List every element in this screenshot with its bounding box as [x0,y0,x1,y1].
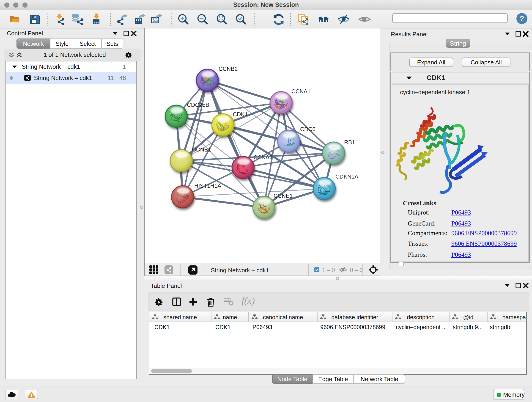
svg-text:CDC25B: CDC25B [187,102,209,108]
svg-text:CCNA1: CCNA1 [291,88,310,95]
svg-text:RB1: RB1 [344,139,355,145]
svg-text:CCNB1: CCNB1 [192,147,211,153]
svg-text:CDK1: CDK1 [233,111,248,117]
svg-text:CDC6: CDC6 [300,126,316,132]
svg-text:CCNE1: CCNE1 [273,193,293,199]
svg-text:CCNA2: CCNA2 [253,154,272,160]
svg-text:HIST1H1A: HIST1H1A [194,183,221,189]
svg-text:CDKN1A: CDKN1A [336,173,358,180]
svg-text:CCNB2: CCNB2 [219,66,238,72]
